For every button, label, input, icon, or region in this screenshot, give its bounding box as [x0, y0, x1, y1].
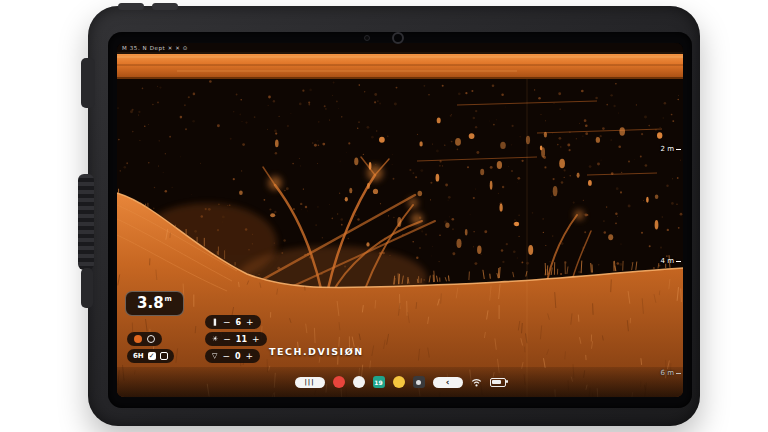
- brightness-icon: ☀: [212, 335, 218, 343]
- noise-minus-button[interactable]: −: [222, 352, 230, 361]
- tablet-device: M 35. N Dept ✕ ✕ ⊙ 2 m 4 m 6 m 3.8 m: [88, 6, 700, 426]
- checkbox-empty[interactable]: [160, 352, 168, 360]
- wifi-icon: [471, 378, 482, 387]
- brightness-plus-button[interactable]: +: [252, 335, 260, 344]
- noise-plus-button[interactable]: +: [246, 352, 254, 361]
- noise-value: 0: [235, 352, 241, 361]
- noise-filter-icon: ▽: [212, 352, 217, 360]
- battery-icon: [490, 378, 506, 387]
- depth-tick: [676, 149, 681, 150]
- antenna-bump: [81, 58, 95, 108]
- light-sensor: [364, 35, 370, 41]
- gain-value: 6: [235, 318, 241, 327]
- depth-scale-4m: 4 m: [661, 257, 682, 265]
- palette-toggle: [127, 332, 162, 346]
- back-button[interactable]: ‹: [433, 377, 463, 388]
- brightness-value: 11: [236, 335, 247, 344]
- depth-scale-2m: 2 m: [661, 145, 682, 153]
- palette-orange-button[interactable]: [134, 335, 142, 343]
- side-bump: [81, 268, 93, 308]
- side-grip: [78, 174, 94, 270]
- depth-scale-label: 2 m: [661, 145, 675, 153]
- sonar-app-screen[interactable]: M 35. N Dept ✕ ✕ ⊙ 2 m 4 m 6 m 3.8 m: [117, 43, 683, 397]
- app-icon-yellow[interactable]: [393, 376, 405, 388]
- history-label: 6H: [133, 352, 144, 360]
- depth-unit: m: [165, 295, 172, 303]
- gain-control: ❚ − 6 +: [205, 315, 261, 329]
- app-icon-camera[interactable]: [413, 376, 425, 388]
- gain-plus-button[interactable]: +: [246, 318, 254, 327]
- power-button: [118, 3, 144, 10]
- noise-control: ▽ − 0 +: [205, 349, 260, 363]
- brightness-control: ☀ − 11 +: [205, 332, 267, 346]
- depth-scale-label: 4 m: [661, 257, 675, 265]
- history-toggle-group: 6H ✓: [127, 349, 174, 363]
- tablet-bezel: M 35. N Dept ✕ ✕ ⊙ 2 m 4 m 6 m 3.8 m: [108, 32, 692, 408]
- depth-readout: 3.8 m: [125, 291, 184, 316]
- palette-white-button[interactable]: [147, 335, 155, 343]
- status-strip: M 35. N Dept ✕ ✕ ⊙: [117, 43, 683, 54]
- gain-minus-button[interactable]: −: [223, 318, 231, 327]
- app-icon-white[interactable]: [353, 376, 365, 388]
- gain-icon: ❚: [212, 318, 218, 326]
- watermark: TECH.DVISIØN: [269, 346, 364, 357]
- app-icon-calendar[interactable]: 19: [373, 376, 385, 388]
- app-icon-red[interactable]: [333, 376, 345, 388]
- sonar-image[interactable]: [117, 43, 683, 397]
- checkbox-checked[interactable]: ✓: [148, 352, 156, 360]
- surface-band: [117, 52, 683, 79]
- depth-tick: [676, 261, 681, 262]
- android-taskbar: ||| 19 ‹: [117, 367, 683, 397]
- recents-button[interactable]: |||: [295, 377, 325, 388]
- photo-background: M 35. N Dept ✕ ✕ ⊙ 2 m 4 m 6 m 3.8 m: [0, 0, 768, 432]
- volume-button: [152, 3, 178, 10]
- depth-value: 3.8: [137, 294, 164, 312]
- brightness-minus-button[interactable]: −: [223, 335, 231, 344]
- front-camera: [392, 32, 404, 44]
